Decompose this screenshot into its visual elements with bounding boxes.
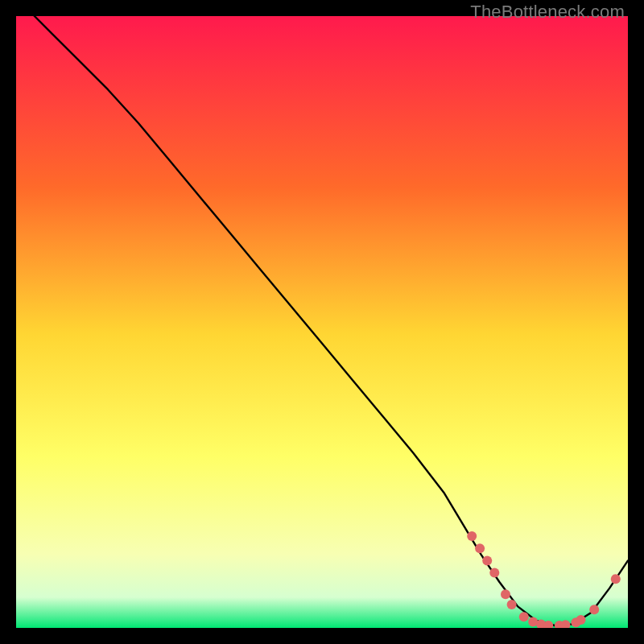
marker-dot bbox=[467, 531, 477, 541]
gradient-background bbox=[16, 16, 628, 628]
marker-dot bbox=[482, 555, 492, 565]
marker-dot bbox=[611, 574, 621, 584]
marker-dot bbox=[475, 543, 485, 553]
marker-dot bbox=[507, 600, 517, 609]
marker-dot bbox=[501, 589, 510, 599]
chart-frame bbox=[16, 16, 628, 628]
bottleneck-chart bbox=[16, 16, 628, 628]
watermark-text: TheBottleneck.com bbox=[470, 2, 625, 23]
marker-dot bbox=[589, 605, 599, 614]
marker-dot bbox=[489, 568, 499, 578]
marker-dot bbox=[576, 615, 586, 625]
marker-dot bbox=[519, 612, 529, 621]
